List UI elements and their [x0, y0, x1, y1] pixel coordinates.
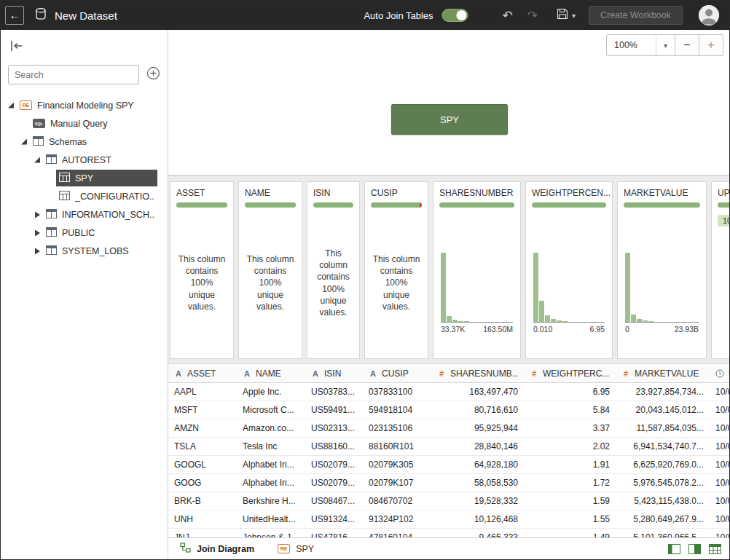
- tree-item-information-schema[interactable]: INFORMATION_SCH...: [1, 205, 168, 224]
- table-cell: 594918104: [363, 401, 431, 419]
- undo-icon[interactable]: ↶: [502, 9, 512, 22]
- table-row[interactable]: JNJJohnson & J...US47816...4781601049,46…: [168, 529, 729, 537]
- quality-bar[interactable]: [532, 202, 606, 208]
- column-card-sharesnumber[interactable]: SHARESNUMBER 33.37K 163.50M: [433, 181, 521, 359]
- table-cell: 11,587,854,035...: [616, 419, 710, 437]
- tab-join-diagram[interactable]: Join Diagram: [168, 538, 266, 559]
- caret-spacer: [46, 192, 56, 202]
- tab-spy[interactable]: RE SPY: [266, 538, 326, 559]
- redo-icon[interactable]: ↷: [527, 9, 538, 22]
- column-card-title: ASSET: [170, 182, 233, 202]
- column-card-cusip[interactable]: CUSIP This column contains 100% unique v…: [364, 181, 428, 359]
- save-menu-button[interactable]: ▾: [557, 8, 576, 23]
- table-cell: TSLA: [168, 438, 237, 455]
- table-row[interactable]: GOOGAlphabet In...US02079...02079K10758,…: [168, 474, 729, 492]
- connections-pane-toggle-icon[interactable]: [9, 42, 24, 54]
- column-card-updated[interactable]: UPDATED 10/: [711, 181, 729, 359]
- column-card-asset[interactable]: ASSET This column contains 100% unique v…: [170, 181, 234, 359]
- column-summary-text: This column contains 100% unique values.: [365, 253, 428, 312]
- table-cell: 084670702: [363, 492, 431, 510]
- table-cell: 10/0: [710, 438, 729, 455]
- tree-item-autorest[interactable]: AUTOREST: [1, 151, 168, 169]
- zoom-level-select[interactable]: 100% ▾: [606, 34, 675, 56]
- table-cell: 9,465,333: [431, 529, 524, 537]
- table-cell: Berkshire H...: [237, 492, 305, 510]
- expanded-caret-icon[interactable]: [20, 137, 30, 147]
- column-card-isin[interactable]: ISIN This column contains 100% unique va…: [307, 181, 360, 359]
- collapsed-caret-icon[interactable]: [33, 210, 43, 220]
- table-node-spy[interactable]: SPY: [391, 104, 508, 135]
- tree-item-spy[interactable]: SPY: [1, 169, 168, 187]
- column-header-label: WEIGHTPERC...: [543, 368, 609, 379]
- table-cell: 10/0: [710, 419, 729, 437]
- auto-join-label: Auto Join Tables: [364, 10, 433, 21]
- column-header-updated[interactable]: UPDATED: [710, 364, 729, 382]
- table-row[interactable]: MSFTMicrosoft C...US59491...59491810480,…: [168, 401, 729, 419]
- tree-item-system-lobs[interactable]: SYSTEM_LOBS: [1, 242, 168, 260]
- quality-bar[interactable]: [176, 202, 227, 208]
- column-summary-text: This column contains 100% unique values.: [170, 253, 233, 312]
- auto-join-toggle[interactable]: [442, 9, 468, 22]
- quality-bar[interactable]: [371, 202, 422, 208]
- tree-item-configuration[interactable]: _CONFIGURATIO...: [1, 187, 168, 205]
- layout-split-view-icon[interactable]: [687, 543, 702, 556]
- quality-bar[interactable]: [439, 202, 514, 208]
- column-header-label: ASSET: [187, 368, 216, 379]
- tree-item-schemas[interactable]: Schemas: [1, 133, 168, 151]
- expanded-caret-icon[interactable]: [33, 155, 43, 165]
- tree-item-manual-query[interactable]: SQL Manual Query: [1, 114, 168, 133]
- tree-item-financial-modeling-spy[interactable]: RE Financial Modeling SPY: [1, 96, 168, 114]
- column-header-weightpercentage[interactable]: # WEIGHTPERC...: [524, 364, 616, 382]
- column-header-name[interactable]: A NAME: [237, 364, 305, 382]
- table-cell: 58,058,530: [431, 474, 524, 492]
- layout-grid-view-icon[interactable]: [707, 543, 722, 556]
- table-cell: UNH: [168, 510, 237, 528]
- quality-bar[interactable]: [718, 202, 729, 208]
- tree-item-label: AUTOREST: [62, 155, 111, 165]
- back-button[interactable]: ←: [5, 6, 24, 25]
- quality-bar[interactable]: [624, 202, 700, 208]
- collapsed-caret-icon[interactable]: [33, 246, 43, 256]
- table-cell: 163,497,470: [431, 383, 524, 401]
- create-workbook-button[interactable]: Create Workbook: [589, 6, 683, 25]
- column-card-title: MARKETVALUE: [618, 182, 706, 202]
- add-button[interactable]: [146, 66, 160, 83]
- column-header-asset[interactable]: A ASSET: [168, 364, 237, 382]
- table-row[interactable]: TSLATesla IncUS88160...88160R10128,840,1…: [168, 438, 729, 456]
- table-cell: 10,126,468: [431, 510, 524, 528]
- zoom-out-button[interactable]: −: [675, 34, 699, 56]
- column-header-cusip[interactable]: A CUSIP: [363, 364, 431, 382]
- quality-bar-invalid: [420, 202, 422, 208]
- join-diagram-canvas[interactable]: 100% ▾ − + SPY: [168, 30, 729, 176]
- column-card-name[interactable]: NAME This column contains 100% unique va…: [238, 181, 302, 359]
- histogram-max-label: 163.50M: [483, 325, 513, 334]
- collapsed-caret-icon[interactable]: [33, 228, 43, 238]
- layout-left-panel-icon[interactable]: [667, 543, 681, 556]
- column-header-isin[interactable]: A ISIN: [305, 364, 363, 382]
- user-avatar[interactable]: [699, 5, 719, 25]
- quality-bar[interactable]: [313, 202, 353, 208]
- search-input[interactable]: [8, 65, 139, 84]
- table-row[interactable]: UNHUnitedHealt...US91324...91324P10210,1…: [168, 510, 729, 529]
- histogram-bar: [551, 319, 556, 322]
- histogram: 33.37K 163.50M: [441, 253, 513, 334]
- column-header-sharesnumber[interactable]: # SHARESNUMB...: [431, 364, 524, 382]
- caret-spacer: [46, 173, 56, 184]
- column-header-marketvalue[interactable]: # MARKETVALUE: [616, 364, 710, 382]
- table-row[interactable]: AMZNAmazon.co...US02313...02313510695,92…: [168, 419, 729, 438]
- table-row[interactable]: GOOGLAlphabet In...US02079...02079K30564…: [168, 456, 729, 474]
- expanded-caret-icon[interactable]: [7, 100, 17, 111]
- zoom-level-value: 100%: [607, 40, 656, 50]
- tree-item-public[interactable]: PUBLIC: [1, 224, 168, 242]
- column-header-label: UPDATED: [729, 368, 729, 379]
- column-card-weightpercentage[interactable]: WEIGHTPERCEN... 0.010 6.95: [525, 181, 613, 359]
- table-row[interactable]: AAPLApple Inc.US03783...037833100163,497…: [168, 383, 729, 401]
- column-card-marketvalue[interactable]: MARKETVALUE 0 23.93B: [617, 181, 707, 359]
- column-header-label: NAME: [256, 368, 281, 379]
- histogram-max-label: 23.93B: [675, 325, 699, 334]
- app-window: ← New Dataset Auto Join Tables ↶ ↷ ▾ Cre…: [0, 0, 730, 560]
- table-row[interactable]: BRK-BBerkshire H...US08467...08467070219…: [168, 492, 729, 510]
- quality-bar[interactable]: [245, 202, 296, 208]
- zoom-in-button[interactable]: +: [699, 34, 723, 56]
- text-type-icon: A: [311, 369, 320, 378]
